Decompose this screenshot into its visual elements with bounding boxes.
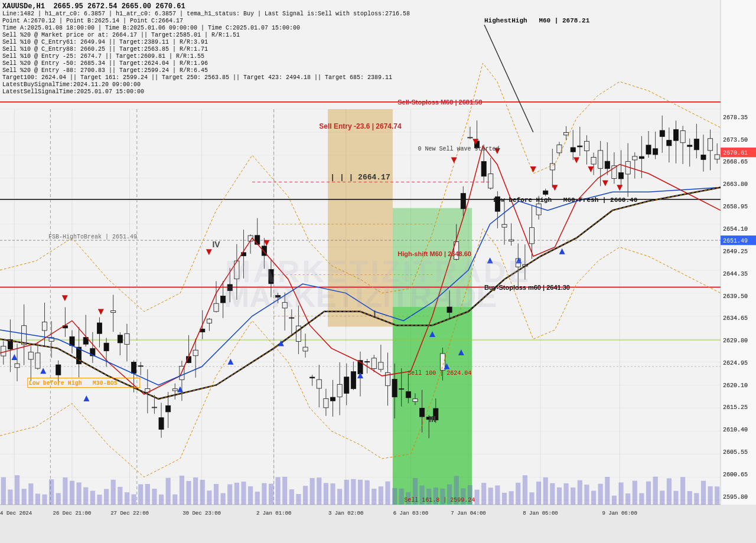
chart-canvas <box>0 0 756 543</box>
chart-container: MARKETIZITRADE <box>0 0 756 543</box>
